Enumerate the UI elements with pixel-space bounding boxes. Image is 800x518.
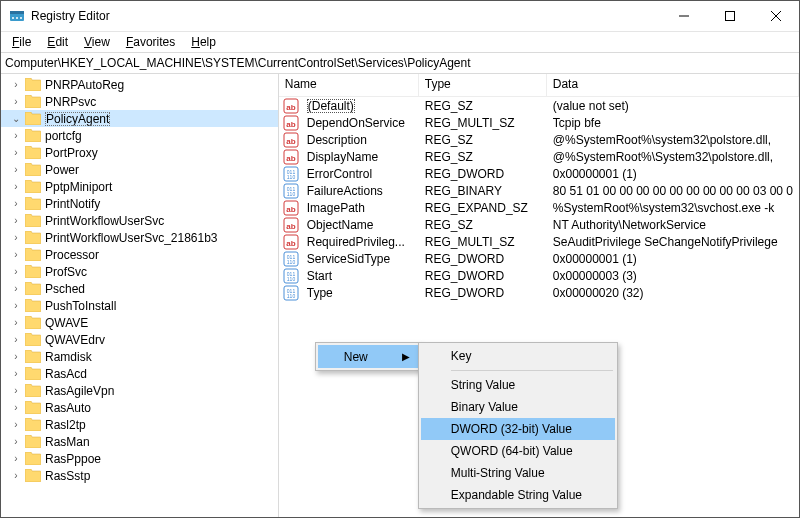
expand-icon[interactable]: › xyxy=(9,350,23,364)
context-menu: New ▶ xyxy=(315,342,421,371)
expand-icon[interactable]: › xyxy=(9,367,23,381)
expand-icon[interactable]: ⌄ xyxy=(9,112,23,126)
close-button[interactable] xyxy=(753,1,799,31)
expand-icon[interactable]: › xyxy=(9,333,23,347)
expand-icon[interactable]: › xyxy=(9,231,23,245)
submenu-item[interactable]: String Value xyxy=(421,374,615,396)
col-data[interactable]: Data xyxy=(547,74,799,96)
tree-item-label: PptpMiniport xyxy=(45,180,112,194)
expand-icon[interactable]: › xyxy=(9,180,23,194)
value-type: REG_EXPAND_SZ xyxy=(419,201,547,215)
folder-icon xyxy=(25,469,41,482)
maximize-button[interactable] xyxy=(707,1,753,31)
tree-item-portproxy[interactable]: ›PortProxy xyxy=(1,144,278,161)
menu-edit[interactable]: Edit xyxy=(40,34,75,50)
submenu-item[interactable]: Binary Value xyxy=(421,396,615,418)
expand-icon[interactable]: › xyxy=(9,282,23,296)
svg-text:ab: ab xyxy=(286,222,295,231)
folder-icon xyxy=(25,248,41,261)
svg-text:110: 110 xyxy=(287,293,296,299)
value-row[interactable]: 011110TypeREG_DWORD0x00000020 (32) xyxy=(279,284,799,301)
expand-icon[interactable]: › xyxy=(9,384,23,398)
tree-item-psched[interactable]: ›Psched xyxy=(1,280,278,297)
tree-item-pnrpautoreg[interactable]: ›PNRPAutoReg xyxy=(1,76,278,93)
tree-item-processor[interactable]: ›Processor xyxy=(1,246,278,263)
value-row[interactable]: 011110FailureActionsREG_BINARY80 51 01 0… xyxy=(279,182,799,199)
tree-item-power[interactable]: ›Power xyxy=(1,161,278,178)
submenu-item[interactable]: Expandable String Value xyxy=(421,484,615,506)
tree-item-printworkflowusersvc_21861b3[interactable]: ›PrintWorkflowUserSvc_21861b3 xyxy=(1,229,278,246)
svg-text:ab: ab xyxy=(286,103,295,112)
value-row[interactable]: abDescriptionREG_SZ@%SystemRoot%\system3… xyxy=(279,131,799,148)
expand-icon[interactable]: › xyxy=(9,316,23,330)
folder-icon xyxy=(25,367,41,380)
menu-file[interactable]: File xyxy=(5,34,38,50)
value-data: (value not set) xyxy=(547,99,799,113)
address-input[interactable] xyxy=(1,54,799,72)
value-row[interactable]: 011110ServiceSidTypeREG_DWORD0x00000001 … xyxy=(279,250,799,267)
expand-icon[interactable]: › xyxy=(9,78,23,92)
value-data: %SystemRoot%\system32\svchost.exe -k xyxy=(547,201,799,215)
value-type: REG_BINARY xyxy=(419,184,547,198)
tree-item-rasacd[interactable]: ›RasAcd xyxy=(1,365,278,382)
tree-item-rasl2tp[interactable]: ›Rasl2tp xyxy=(1,416,278,433)
expand-icon[interactable]: › xyxy=(9,129,23,143)
tree-item-policyagent[interactable]: ⌄PolicyAgent xyxy=(1,110,278,127)
expand-icon[interactable]: › xyxy=(9,163,23,177)
value-row[interactable]: 011110ErrorControlREG_DWORD0x00000001 (1… xyxy=(279,165,799,182)
col-name[interactable]: Name xyxy=(279,74,419,96)
tree-item-qwave[interactable]: ›QWAVE xyxy=(1,314,278,331)
value-row[interactable]: abObjectNameREG_SZNT Authority\NetworkSe… xyxy=(279,216,799,233)
expand-icon[interactable]: › xyxy=(9,299,23,313)
expand-icon[interactable]: › xyxy=(9,435,23,449)
expand-icon[interactable]: › xyxy=(9,452,23,466)
folder-icon xyxy=(25,435,41,448)
minimize-button[interactable] xyxy=(661,1,707,31)
tree-item-rasagilevpn[interactable]: ›RasAgileVpn xyxy=(1,382,278,399)
expand-icon[interactable]: › xyxy=(9,95,23,109)
tree-item-label: PrintNotify xyxy=(45,197,100,211)
tree-item-ramdisk[interactable]: ›Ramdisk xyxy=(1,348,278,365)
expand-icon[interactable]: › xyxy=(9,401,23,415)
tree-pane[interactable]: ›PNRPAutoReg›PNRPsvc⌄PolicyAgent›portcfg… xyxy=(1,74,279,517)
tree-item-profsvc[interactable]: ›ProfSvc xyxy=(1,263,278,280)
expand-icon[interactable]: › xyxy=(9,214,23,228)
submenu-item[interactable]: DWORD (32-bit) Value xyxy=(421,418,615,440)
submenu-item[interactable]: Key xyxy=(421,345,615,367)
tree-item-rassstp[interactable]: ›RasSstp xyxy=(1,467,278,484)
tree-item-pnrpsvc[interactable]: ›PNRPsvc xyxy=(1,93,278,110)
tree-item-rasauto[interactable]: ›RasAuto xyxy=(1,399,278,416)
value-name: DependOnService xyxy=(307,116,405,130)
col-type[interactable]: Type xyxy=(419,74,547,96)
submenu-item[interactable]: QWORD (64-bit) Value xyxy=(421,440,615,462)
expand-icon[interactable]: › xyxy=(9,418,23,432)
tree-item-pptpminiport[interactable]: ›PptpMiniport xyxy=(1,178,278,195)
tree-item-qwavedrv[interactable]: ›QWAVEdrv xyxy=(1,331,278,348)
tree-item-printnotify[interactable]: ›PrintNotify xyxy=(1,195,278,212)
value-row[interactable]: abRequiredPrivileg...REG_MULTI_SZSeAudit… xyxy=(279,233,799,250)
menubar: File Edit View Favorites Help xyxy=(1,32,799,52)
value-icon: ab xyxy=(283,98,299,114)
value-row[interactable]: abDisplayNameREG_SZ@%SystemRoot%\System3… xyxy=(279,148,799,165)
expand-icon[interactable]: › xyxy=(9,146,23,160)
tree-item-printworkflowusersvc[interactable]: ›PrintWorkflowUserSvc xyxy=(1,212,278,229)
value-row[interactable]: abImagePathREG_EXPAND_SZ%SystemRoot%\sys… xyxy=(279,199,799,216)
tree-item-raspppoe[interactable]: ›RasPppoe xyxy=(1,450,278,467)
value-data: @%SystemRoot%\system32\polstore.dll, xyxy=(547,133,799,147)
expand-icon[interactable]: › xyxy=(9,265,23,279)
submenu-item[interactable]: Multi-String Value xyxy=(421,462,615,484)
context-menu-new[interactable]: New ▶ xyxy=(318,345,418,368)
expand-icon[interactable]: › xyxy=(9,469,23,483)
tree-item-rasman[interactable]: ›RasMan xyxy=(1,433,278,450)
value-row[interactable]: 011110StartREG_DWORD0x00000003 (3) xyxy=(279,267,799,284)
menu-view[interactable]: View xyxy=(77,34,117,50)
value-row[interactable]: abDependOnServiceREG_MULTI_SZTcpip bfe xyxy=(279,114,799,131)
tree-item-portcfg[interactable]: ›portcfg xyxy=(1,127,278,144)
value-row[interactable]: ab(Default)REG_SZ(value not set) xyxy=(279,97,799,114)
menu-favorites[interactable]: Favorites xyxy=(119,34,182,50)
expand-icon[interactable]: › xyxy=(9,197,23,211)
tree-item-pushtoinstall[interactable]: ›PushToInstall xyxy=(1,297,278,314)
svg-point-2 xyxy=(12,17,14,19)
expand-icon[interactable]: › xyxy=(9,248,23,262)
menu-help[interactable]: Help xyxy=(184,34,223,50)
